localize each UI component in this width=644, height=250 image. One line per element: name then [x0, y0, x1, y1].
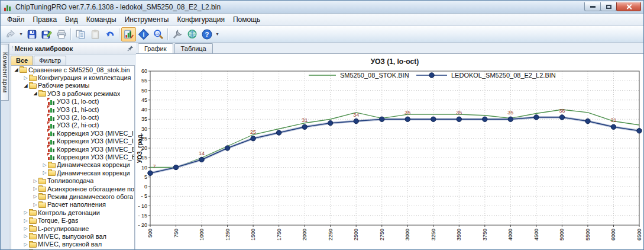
svg-text:3500: 3500 — [456, 229, 462, 241]
menu-item[interactable]: Команды — [82, 14, 121, 25]
tree-item[interactable]: ◢УОЗ в рабочих режимах — [11, 89, 134, 97]
folder-icon — [38, 90, 47, 97]
expand-arrow-icon[interactable]: ▷ — [41, 170, 48, 175]
filter-tab-Фильтр[interactable]: Фильтр — [34, 56, 66, 65]
tree-item-label: УОЗ (2, lo-oct) — [57, 114, 99, 121]
expand-arrow-icon[interactable]: ▷ — [32, 178, 38, 184]
chart-title: УОЗ (1, lo-oct) — [371, 57, 419, 66]
svg-text:2500: 2500 — [353, 229, 359, 241]
save-icon[interactable] — [24, 27, 39, 41]
paste-icon[interactable] — [88, 27, 102, 41]
calibration-tree: ◢Сравнение с SM5250_08_stok.bin▷Конфигур… — [11, 65, 135, 250]
comments-tab[interactable]: Комментарии — [1, 44, 9, 101]
menu-item[interactable]: Вид — [61, 14, 82, 25]
tree-item[interactable]: УОЗ (1, hi-oct) — [11, 105, 134, 113]
menu-item[interactable]: Помощь — [229, 14, 264, 25]
tree-item[interactable]: УОЗ (2, hi-oct) — [11, 121, 134, 129]
expand-arrow-icon[interactable]: ▷ — [32, 186, 38, 191]
menu-item[interactable]: Файл — [3, 14, 29, 25]
expand-arrow-icon[interactable]: ▷ — [22, 210, 29, 215]
network-icon[interactable] — [185, 27, 199, 41]
expand-arrow-icon[interactable]: ▷ — [22, 242, 29, 247]
legend-stock-label: SM5250_08_STOK.BIN — [340, 72, 409, 79]
info-icon[interactable]: i — [136, 27, 151, 41]
tree-item[interactable]: ▷Контроль детонации — [11, 209, 134, 216]
tree-item[interactable]: Коррекция УОЗ (MIVEC_В — [11, 153, 134, 161]
tree-item[interactable]: ▷Динамическая коррекци — [11, 169, 134, 177]
tree-item[interactable]: ▷Расчет наполнения — [11, 201, 134, 209]
tree-item-label: Коррекция УОЗ (MIVEC_В — [57, 153, 134, 161]
data-point-marker — [431, 117, 436, 121]
tree-item[interactable]: Коррекция УОЗ (MIVEC_I — [11, 137, 134, 145]
expand-arrow-icon[interactable]: ▷ — [22, 226, 29, 231]
svg-text:2250: 2250 — [328, 229, 334, 241]
menu-item[interactable]: Инструменты — [121, 14, 173, 25]
tree-item[interactable]: УОЗ (1, lo-oct) — [11, 98, 134, 105]
menu-item[interactable]: Правка — [29, 14, 62, 25]
legend-ledokol-label: LEDOKOL_SM5250_08_E2_L2.BIN — [451, 72, 556, 79]
uoz-chart[interactable]: УОЗ (1, lo-oct)- 20- 15- 10- 50510152025… — [136, 54, 644, 250]
tree-item[interactable]: ◢Рабочие режимы — [11, 82, 134, 89]
map-icon — [48, 106, 57, 113]
series-ledokol-line — [150, 117, 639, 173]
expand-arrow-icon[interactable]: ▷ — [41, 162, 48, 168]
expand-arrow-icon[interactable]: ▷ — [32, 202, 38, 207]
data-point-marker — [483, 117, 487, 121]
folder-icon — [29, 217, 38, 224]
tools-icon[interactable] — [170, 27, 185, 41]
save-as-icon[interactable] — [39, 27, 54, 41]
menu-item[interactable]: Конфигурация — [173, 14, 229, 25]
toolbar-separator — [70, 28, 71, 40]
expand-arrow-icon[interactable]: ▷ — [32, 194, 38, 199]
folder-icon — [29, 82, 38, 89]
tree-item[interactable]: ▷Режим динамического обога — [11, 193, 134, 200]
svg-text:i: i — [143, 31, 144, 37]
open-icon[interactable] — [3, 27, 18, 41]
tree-item[interactable]: ▷Torque, E-gas — [11, 216, 134, 224]
expand-arrow-icon[interactable]: ▷ — [22, 75, 29, 81]
tree-item[interactable]: Коррекция УОЗ (MIVEC_В — [11, 145, 134, 153]
minimize-icon[interactable] — [584, 2, 601, 11]
point-value-label: 31 — [610, 117, 616, 123]
overflow-icon[interactable]: ▾ — [214, 27, 221, 41]
tree-item[interactable]: Коррекция УОЗ (MIVEC_I — [11, 129, 134, 137]
help-icon[interactable]: ? — [199, 27, 214, 41]
title-bar[interactable]: ChipTuningPRO ver.7.7.6.1308 - ledokol_S… — [1, 1, 643, 14]
tree-item-label: Коррекция УОЗ (MIVEC_В — [57, 146, 134, 153]
view-tab-График[interactable]: График — [138, 43, 173, 53]
tree-item[interactable]: ▷MIVEC, впускной вал — [11, 241, 134, 248]
charts-icon[interactable] — [121, 27, 136, 41]
tree-item[interactable]: ◢Сравнение с SM5250_08_stok.bin — [11, 66, 134, 73]
point-value-label: 36 — [559, 108, 565, 114]
expand-arrow-icon[interactable]: ▷ — [22, 233, 29, 239]
tree-item[interactable]: ▷Топливоподача — [11, 177, 134, 184]
tree-item[interactable]: ▷Асинхронное обогащение по — [11, 185, 134, 193]
view-tab-Таблица[interactable]: Таблица — [174, 43, 213, 53]
tree-item[interactable]: УОЗ (2, lo-oct) — [11, 113, 134, 121]
svg-text:500: 500 — [147, 229, 153, 238]
collapse-arrow-icon[interactable]: ◢ — [32, 91, 38, 96]
map-icon — [48, 138, 57, 145]
copy-icon[interactable] — [73, 27, 88, 41]
toolbar-separator — [119, 28, 119, 40]
filter-tab-Все[interactable]: Все — [11, 56, 33, 65]
zoom-icon[interactable]: 100 — [151, 27, 166, 41]
collapse-arrow-icon[interactable]: ◢ — [22, 83, 29, 88]
collapse-arrow-icon[interactable]: ◢ — [13, 67, 20, 72]
tree-item[interactable]: ▷MIVEC, выпускной вал — [11, 232, 134, 240]
expand-arrow-icon[interactable]: ▷ — [22, 218, 29, 223]
tree-item[interactable]: ▷Конфигурация и комплектация — [11, 73, 134, 81]
panel-header[interactable]: ⁞ Меню калибровок — [9, 43, 136, 55]
undo-icon[interactable] — [102, 27, 117, 41]
pin-icon[interactable] — [127, 45, 134, 52]
open-dropdown-icon[interactable]: ▾ — [18, 27, 24, 41]
tree-item[interactable]: ▷Динамическая коррекци — [11, 161, 134, 169]
svg-text:1500: 1500 — [250, 229, 256, 241]
svg-text:1000: 1000 — [199, 229, 205, 241]
maximize-icon[interactable] — [600, 2, 617, 11]
svg-text:2000: 2000 — [302, 229, 308, 241]
print-icon[interactable] — [54, 27, 69, 41]
close-icon[interactable] — [616, 2, 641, 11]
tree-item[interactable]: ▷L-регулирование — [11, 225, 134, 232]
svg-text:40: 40 — [141, 107, 147, 113]
